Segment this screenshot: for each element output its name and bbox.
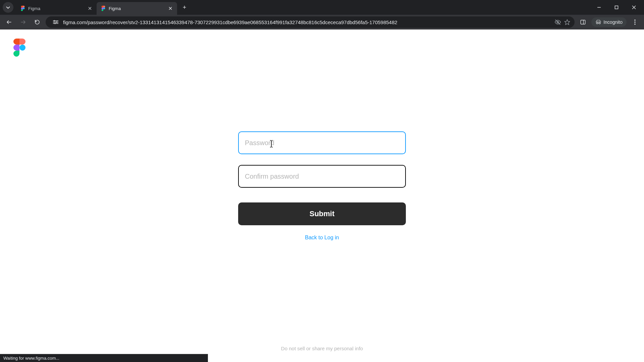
confirm-password-input[interactable] (238, 165, 406, 188)
figma-favicon-icon (20, 6, 25, 11)
arrow-left-icon (6, 19, 12, 25)
figma-logo[interactable] (13, 38, 25, 57)
maximize-icon (614, 5, 619, 9)
password-recover-form: Submit Back to Log in (238, 131, 406, 241)
close-icon (169, 7, 172, 10)
incognito-label: Incognito (603, 19, 623, 25)
figma-favicon-icon (101, 6, 106, 11)
svg-rect-2 (581, 20, 585, 24)
site-settings-button[interactable] (51, 17, 60, 27)
bookmark-button[interactable] (564, 19, 571, 25)
figma-logo-icon (13, 38, 25, 57)
browser-toolbar: figma.com/password/recover/stv2-13314131… (0, 15, 644, 29)
tabs-search-button[interactable] (3, 2, 13, 13)
reload-button[interactable] (32, 16, 43, 28)
tune-icon (53, 20, 59, 24)
minimize-icon (597, 5, 601, 9)
window-controls (592, 2, 641, 13)
browser-tab-active[interactable]: Figma (97, 2, 177, 15)
close-window-button[interactable] (627, 2, 641, 13)
side-panel-button[interactable] (577, 16, 589, 28)
close-icon (88, 7, 92, 10)
svg-rect-0 (615, 6, 618, 9)
back-button[interactable] (3, 16, 15, 28)
svg-point-3 (634, 19, 636, 21)
forward-button[interactable] (17, 16, 29, 28)
url-text: figma.com/password/recover/stv2-13314131… (63, 19, 552, 25)
visibility-off-button[interactable] (554, 19, 561, 25)
back-to-login-link[interactable]: Back to Log in (238, 235, 406, 241)
tab-title: Figma (28, 6, 85, 11)
panel-icon (580, 19, 586, 25)
address-bar[interactable]: figma.com/password/recover/stv2-13314131… (46, 16, 575, 28)
tab-close-button[interactable] (87, 6, 93, 11)
tab-close-button[interactable] (168, 6, 173, 11)
star-icon (564, 19, 570, 25)
svg-point-5 (634, 23, 636, 25)
chevron-down-icon (6, 5, 10, 9)
arrow-right-icon (20, 19, 26, 25)
browser-status-bar: Waiting for www.figma.com... (0, 354, 208, 362)
close-icon (632, 5, 636, 9)
privacy-opt-out-link[interactable]: Do not sell or share my personal info (281, 346, 363, 351)
kebab-menu-icon (634, 19, 636, 25)
new-tab-button[interactable]: + (180, 3, 189, 12)
submit-button[interactable]: Submit (238, 202, 406, 225)
page-content: Submit Back to Log in Do not sell or sha… (0, 29, 644, 362)
incognito-icon (595, 20, 601, 24)
browser-tab-strip: Figma Figma + (0, 0, 644, 15)
minimize-button[interactable] (592, 2, 606, 13)
incognito-indicator[interactable]: Incognito (591, 17, 627, 27)
tab-title: Figma (109, 6, 165, 11)
svg-point-4 (634, 21, 636, 23)
browser-tab[interactable]: Figma (16, 2, 97, 15)
reload-icon (34, 19, 40, 25)
maximize-button[interactable] (609, 2, 624, 13)
browser-menu-button[interactable] (629, 16, 641, 28)
eye-off-icon (554, 19, 561, 25)
password-input[interactable] (238, 131, 406, 154)
